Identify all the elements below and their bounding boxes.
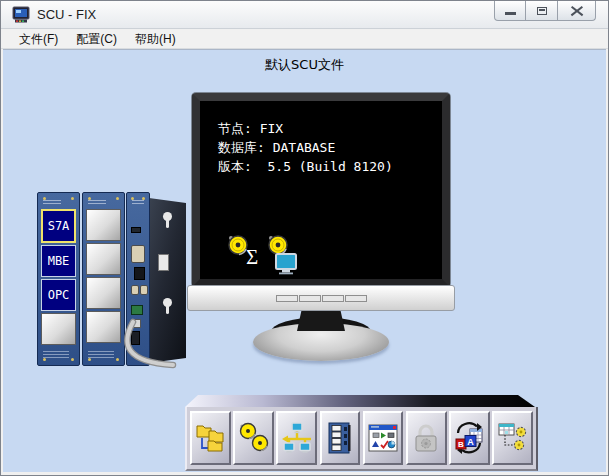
task-window-icon: [367, 422, 399, 454]
database-line: 数据库: DATABASE: [218, 138, 393, 157]
driver-slot-opc[interactable]: OPC: [41, 279, 76, 311]
maximize-button[interactable]: [526, 1, 558, 21]
driver-slot-empty: [86, 209, 121, 241]
side-label-plate: [158, 254, 169, 271]
toolbar-button-scada[interactable]: [320, 411, 361, 465]
monitor-bezel: [187, 285, 455, 311]
toolbar-button-sql[interactable]: [492, 411, 533, 465]
switch-block: [131, 227, 141, 233]
close-icon: [571, 6, 583, 16]
minimize-button[interactable]: [494, 1, 526, 21]
connector-black: [134, 267, 145, 280]
version-line: 版本: 5.5 (Build 8120): [218, 157, 393, 176]
monitor-neck: [297, 309, 345, 331]
node-monitor: 节点: FIX 数据库: DATABASE 版本: 5.5 (Build 812…: [187, 93, 455, 368]
monitor-icon: [274, 253, 298, 275]
svg-text:B: B: [459, 440, 465, 449]
cable: [117, 318, 192, 378]
ab-blocks-sync-icon: B A: [453, 422, 485, 454]
close-button[interactable]: [558, 1, 596, 21]
rack-column-drivers: S7A MBE OPC: [37, 192, 80, 366]
app-window: SCU - FIX 文件(F) 配置(C) 帮助(H) 默认SCU文件 节点: …: [0, 0, 609, 476]
driver-slot-empty: [41, 313, 76, 345]
window-controls: [494, 1, 596, 21]
node-line: 节点: FIX: [218, 119, 393, 138]
keyhole-cutout: [163, 212, 172, 221]
node-info-text: 节点: FIX 数据库: DATABASE 版本: 5.5 (Build 812…: [218, 119, 393, 176]
menu-bar: 文件(F) 配置(C) 帮助(H): [1, 30, 608, 49]
scada-rack-icon: [324, 422, 356, 454]
svg-text:A: A: [468, 437, 475, 447]
window-title: SCU - FIX: [37, 7, 96, 22]
driver-slot-empty: [86, 243, 121, 275]
toolbox-top-face: [185, 395, 538, 407]
rack-footer-text: [88, 351, 114, 359]
alarm-bells-icon: [238, 422, 270, 454]
menu-help[interactable]: 帮助(H): [126, 29, 185, 50]
rack-header-text: [43, 200, 61, 205]
toolbar-button-security[interactable]: [406, 411, 447, 465]
serial-port-small: [131, 285, 139, 295]
toolbox-front: B A: [185, 407, 538, 471]
toolbar-button-alarm-odbc[interactable]: B A: [449, 411, 490, 465]
menu-configure[interactable]: 配置(C): [67, 29, 126, 50]
padlock-icon: [410, 422, 442, 454]
toolbar-button-network[interactable]: [276, 411, 317, 465]
scu-canvas: 默认SCU文件 节点: FIX 数据库: DATABASE 版本: 5.5 (B…: [3, 49, 606, 472]
terminal-block: [131, 305, 143, 315]
monitor-button: [276, 295, 298, 302]
folders-tree-icon: [194, 422, 226, 454]
monitor-button: [345, 295, 367, 302]
scu-file-banner: 默认SCU文件: [3, 56, 606, 74]
toolbar-button-task[interactable]: [363, 411, 404, 465]
app-icon: [12, 6, 30, 24]
serial-port-small: [140, 285, 148, 295]
maximize-icon: [537, 7, 547, 15]
driver-slot-mbe[interactable]: MBE: [41, 245, 76, 277]
title-bar: SCU - FIX: [1, 1, 608, 29]
driver-slot-s7a[interactable]: S7A: [41, 209, 76, 243]
table-gears-icon: [497, 422, 529, 454]
driver-slot-empty: [86, 277, 121, 309]
rack-header-text: [132, 200, 144, 205]
scu-toolbox: B A: [185, 395, 541, 473]
serial-port: [131, 245, 145, 263]
rack-header-text: [88, 200, 106, 205]
driver-slot-empty: [86, 311, 121, 343]
rack-footer-text: [43, 351, 69, 359]
menu-file[interactable]: 文件(F): [10, 29, 67, 50]
toolbar-button-path[interactable]: [190, 411, 231, 465]
monitor-button: [322, 295, 344, 302]
monitor-screen: 节点: FIX 数据库: DATABASE 版本: 5.5 (Build 812…: [192, 93, 450, 287]
network-computers-icon: [281, 422, 313, 454]
keyhole-cutout: [163, 298, 172, 307]
minimize-icon: [505, 12, 516, 15]
toolbar-button-alarms[interactable]: [233, 411, 274, 465]
io-driver-rack: S7A MBE OPC: [37, 190, 187, 390]
sigma-icon: Σ: [246, 245, 258, 270]
monitor-button: [299, 295, 321, 302]
